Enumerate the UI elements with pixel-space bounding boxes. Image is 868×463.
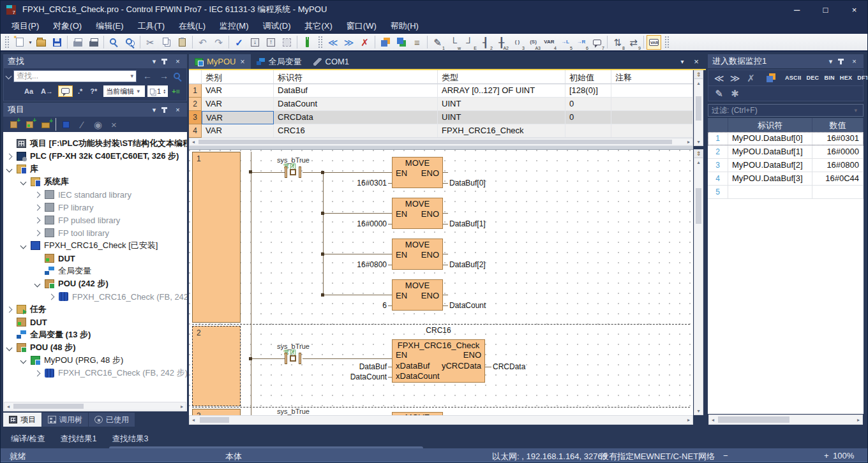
column-header-3[interactable]: 初始值	[565, 70, 611, 84]
move-block-2[interactable]: MOVEENENO	[392, 198, 443, 229]
new-object-icon[interactable]	[59, 117, 73, 132]
output-operand[interactable]: CRCData	[493, 362, 525, 371]
comment-tool-icon[interactable]: 7	[590, 35, 604, 50]
tree-lib-dut[interactable]: DUT	[35, 252, 75, 265]
online-plug-icon[interactable]	[300, 35, 315, 50]
add-folder-icon[interactable]	[38, 117, 53, 132]
row-number[interactable]: 3	[189, 111, 202, 124]
coil-tool-icon[interactable]: ┘E	[462, 35, 477, 50]
value-cell[interactable]: 16#0C44	[812, 172, 864, 186]
delete-object-icon[interactable]: ×	[107, 117, 121, 132]
panel-menu-icon[interactable]: ▾	[149, 105, 159, 115]
regex-button[interactable]: .*	[75, 86, 85, 96]
contact-sys-btrue-2[interactable]	[285, 353, 287, 364]
find-in-files-icon[interactable]	[123, 35, 137, 50]
tree-system-library[interactable]: 系统库	[21, 175, 69, 188]
menu-window[interactable]: 窗口(W)	[340, 18, 384, 34]
match-case-button[interactable]: Aa	[22, 86, 36, 96]
move-block-3[interactable]: MOVEENENO	[392, 239, 443, 270]
move-block-1[interactable]: MOVEENENO	[392, 157, 443, 188]
tree-tasks-arrow-icon[interactable]	[6, 306, 13, 312]
scroll-right-icon[interactable]: ▸	[685, 416, 692, 424]
variable-tool-icon[interactable]: VAR4	[542, 35, 557, 50]
output-variable-tool-icon[interactable]: →R6	[574, 35, 588, 50]
row-number[interactable]: 4	[189, 124, 202, 138]
tab-used[interactable]: 已使用	[89, 413, 135, 427]
variable-table[interactable]: 类别标识符类型初始值注释1VARDataBufARRAY [0..127] OF…	[189, 70, 693, 138]
output-operand[interactable]: DataCount	[449, 301, 486, 310]
var-table-horizontal-scrollbar[interactable]: ◂▸	[189, 138, 693, 146]
print-icon[interactable]	[86, 35, 101, 50]
menu-project[interactable]: 项目(P)	[4, 18, 46, 34]
class-cell[interactable]: VAR	[202, 124, 274, 138]
toolbar-grip[interactable]	[4, 36, 9, 48]
class-cell[interactable]: VAR	[202, 84, 274, 98]
identifier-cell[interactable]: MyPOU.DataBuf[0]	[728, 132, 812, 145]
search-history-dropdown-icon[interactable]: ▾	[128, 73, 136, 79]
tree-mypou[interactable]: MyPOU (PRG, 48 步)	[21, 354, 123, 367]
search-expand-icon[interactable]	[6, 73, 12, 79]
move-block-4[interactable]: MOVEENENO	[392, 279, 443, 311]
scroll-thumb[interactable]	[13, 404, 84, 409]
identifier-cell[interactable]	[728, 186, 812, 199]
tab-global-vars[interactable]: 全局变量	[251, 54, 308, 69]
menu-others[interactable]: 其它(X)	[298, 18, 340, 34]
tree-fp-pulsed-library-arrow-icon[interactable]	[34, 217, 41, 223]
close-tab-icon[interactable]: ×	[241, 57, 245, 66]
show-variable-comments-icon[interactable]	[647, 35, 661, 50]
scope-dropdown-icon[interactable]: ▾	[135, 88, 143, 94]
tree-fp-library-arrow-icon[interactable]	[34, 204, 41, 210]
scroll-thumb[interactable]	[200, 417, 229, 423]
row-number[interactable]: 1	[708, 132, 728, 145]
project-tree-horizontal-scrollbar[interactable]: ◂▸	[4, 402, 186, 411]
initial-cell[interactable]: 0	[565, 111, 611, 124]
contact-sys-btrue-1[interactable]	[285, 166, 287, 178]
insert-watch-after-icon[interactable]: ≫	[728, 71, 742, 85]
tab-call-tree[interactable]: 调用树	[42, 413, 88, 427]
comment-cell[interactable]	[611, 111, 693, 124]
fb-block-fpxh-crc16-check[interactable]: FPXH_CRC16_CheckENENOxDataBufyCRCDataxDa…	[392, 339, 485, 383]
split-view-button[interactable]: ⇕	[694, 150, 703, 158]
close-panel-icon[interactable]: ×	[173, 105, 183, 115]
identifier-cell[interactable]: CRCData	[274, 111, 438, 124]
value-cell[interactable]: 16#0000	[812, 145, 864, 159]
format-dft-button[interactable]: DFT	[857, 75, 868, 81]
tree-plc-arrow-icon[interactable]	[6, 153, 13, 159]
input-operand[interactable]: 16#0800	[304, 260, 387, 269]
wildcard-button[interactable]: ?*	[87, 86, 100, 96]
tree-plc[interactable]: PLC (FP-XH 32k C40ET,C60ET, 326 步)	[7, 150, 179, 163]
tree-mypou-fpxh-fb[interactable]: FPXH_CRC16_Check (FB, 242 步)	[35, 367, 187, 379]
output-operand[interactable]: DataBuf[0]	[449, 179, 486, 187]
monitor-horizontal-scrollbar[interactable]: ◂▸	[708, 415, 863, 425]
class-cell[interactable]: VAR	[202, 98, 274, 111]
column-header-2[interactable]: 类型	[438, 70, 565, 84]
outline-list-icon[interactable]: ≡	[410, 35, 424, 50]
save-project-icon[interactable]	[50, 35, 64, 50]
undo-icon[interactable]: ↶	[195, 35, 210, 50]
close-panel-icon[interactable]: ×	[173, 56, 183, 66]
tree-lib-pou-arrow-icon[interactable]	[34, 281, 41, 287]
format-dec-button[interactable]: DEC	[807, 75, 819, 81]
tree-fpxh-crc16-check-lib[interactable]: FPXH_CRC16_Check [已安装]	[21, 239, 158, 252]
output-operand[interactable]: DataBuf[1]	[449, 219, 486, 228]
value-cell[interactable]	[812, 186, 864, 199]
tree-lib-pou[interactable]: POU (242 步)	[35, 277, 108, 290]
tree-fp-tool-library[interactable]: FP tool library	[35, 226, 109, 239]
toolbar-grip[interactable]	[318, 36, 322, 48]
zoom-in-button[interactable]: +	[824, 451, 829, 460]
write-values-icon[interactable]: ✎	[712, 86, 726, 101]
tab-project[interactable]: 项目	[3, 413, 41, 427]
search-scope-select[interactable]: 当前编辑▾	[103, 85, 145, 97]
line-tool-icon[interactable]: └w	[446, 35, 461, 50]
add-to-list-icon[interactable]: +≡	[169, 86, 183, 96]
ladder-horizontal-scrollbar[interactable]: ◂▸	[189, 415, 693, 425]
ladder-editor[interactable]: 123sys_bTrue常闭MOVEENENO16#0301DataBuf[0]…	[189, 149, 693, 415]
paste-icon[interactable]	[175, 35, 190, 50]
tree-mypou-fpxh-fb-arrow-icon[interactable]	[34, 370, 41, 376]
scroll-right-icon[interactable]: ▸	[685, 138, 692, 145]
close-document-icon[interactable]: ×	[690, 54, 703, 69]
column-header-0[interactable]: 类别	[202, 70, 274, 84]
filter-dropdown-icon[interactable]: ▾	[851, 107, 860, 114]
row-number[interactable]: 5	[708, 186, 728, 199]
format-ascii-button[interactable]: ASCII	[785, 75, 802, 81]
